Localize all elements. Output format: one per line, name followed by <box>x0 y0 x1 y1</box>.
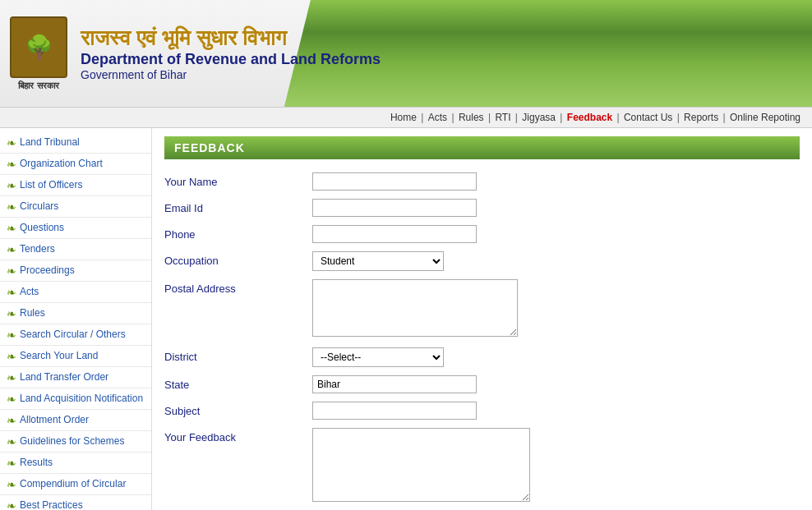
sidebar-item-org-chart[interactable]: ❧ Organization Chart <box>0 154 151 175</box>
sidebar-link-list-officers[interactable]: List of Officers <box>20 178 82 192</box>
sidebar-link-circulars[interactable]: Circulars <box>20 200 58 214</box>
form-row-feedback: Your Feedback <box>164 428 800 504</box>
sidebar-item-land-transfer[interactable]: ❧ Land Transfer Order <box>0 367 151 388</box>
phone-input[interactable] <box>312 225 477 243</box>
bullet-icon: ❧ <box>7 393 16 406</box>
feedback-control <box>312 428 530 504</box>
sidebar-link-tenders[interactable]: Tenders <box>20 242 55 256</box>
nav-acts[interactable]: Acts <box>428 112 447 123</box>
sidebar-item-results[interactable]: ❧ Results <box>0 453 151 474</box>
sidebar-item-proceedings[interactable]: ❧ Proceedings <box>0 260 151 282</box>
state-label: State <box>164 375 312 391</box>
bullet-icon: ❧ <box>7 307 16 320</box>
sidebar-item-search-circular[interactable]: ❧ Search Circular / Others <box>0 324 151 346</box>
sidebar-item-tenders[interactable]: ❧ Tenders <box>0 239 151 260</box>
postal-textarea[interactable] <box>312 279 518 337</box>
sidebar-link-org-chart[interactable]: Organization Chart <box>20 157 103 171</box>
state-input[interactable] <box>312 375 477 393</box>
bullet-icon: ❧ <box>7 179 16 192</box>
name-control <box>312 172 477 191</box>
sidebar-link-search-land[interactable]: Search Your Land <box>20 349 98 363</box>
header: 🌳 बिहार सरकार राजस्व एवं भूमि सुधार विभा… <box>0 0 812 107</box>
nav-online-reporting[interactable]: Online Repoting <box>730 112 800 123</box>
name-label: Your Name <box>164 172 312 188</box>
header-title: राजस्व एवं भूमि सुधार विभाग Department o… <box>81 25 381 81</box>
phone-control <box>312 225 477 243</box>
sidebar-link-best-practices[interactable]: Best Practices <box>20 499 83 510</box>
sidebar-item-best-practices[interactable]: ❧ Best Practices <box>0 495 151 510</box>
nav-reports[interactable]: Reports <box>684 112 718 123</box>
sidebar-item-acts[interactable]: ❧ Acts <box>0 282 151 303</box>
form-row-district: District --Select-- <box>164 347 800 367</box>
feedback-textarea[interactable] <box>312 428 530 502</box>
bullet-icon: ❧ <box>7 435 16 448</box>
content-area: FEEDBACK Your Name Email Id Phone Occupa… <box>152 128 812 510</box>
occupation-select[interactable]: Student Farmer Business Government Emplo… <box>312 251 444 271</box>
email-label: Email Id <box>164 199 312 214</box>
subject-label: Subject <box>164 402 312 417</box>
logo-text: बिहार सरकार <box>18 80 58 91</box>
bullet-icon: ❧ <box>7 457 16 470</box>
bullet-icon: ❧ <box>7 136 16 149</box>
nav-rules[interactable]: Rules <box>459 112 484 123</box>
sidebar-item-land-acquisition[interactable]: ❧ Land Acquisition Notification <box>0 388 151 410</box>
sidebar-link-land-tribunal[interactable]: Land Tribunal <box>20 136 80 149</box>
sidebar-link-questions[interactable]: Questions <box>20 221 64 235</box>
email-input[interactable] <box>312 199 477 217</box>
sidebar-link-guidelines[interactable]: Guidelines for Schemes <box>20 434 124 448</box>
bullet-icon: ❧ <box>7 350 16 363</box>
bullet-icon: ❧ <box>7 158 16 171</box>
form-row-email: Email Id <box>164 199 800 217</box>
bullet-icon: ❧ <box>7 329 16 342</box>
bullet-icon: ❧ <box>7 200 16 214</box>
sidebar-link-search-circular[interactable]: Search Circular / Others <box>20 328 126 342</box>
postal-label: Postal Address <box>164 279 312 295</box>
subject-control <box>312 402 477 420</box>
sidebar-link-allotment[interactable]: Allotment Order <box>20 413 89 427</box>
sidebar-item-allotment[interactable]: ❧ Allotment Order <box>0 410 151 431</box>
sidebar-link-land-acquisition[interactable]: Land Acquisition Notification <box>20 392 143 406</box>
sidebar-link-acts[interactable]: Acts <box>20 285 39 299</box>
form-row-postal: Postal Address <box>164 279 800 339</box>
bullet-icon: ❧ <box>7 478 16 491</box>
sidebar-item-list-officers[interactable]: ❧ List of Officers <box>0 175 151 196</box>
nav-feedback[interactable]: Feedback <box>567 112 612 123</box>
sidebar-link-proceedings[interactable]: Proceedings <box>20 264 75 278</box>
nav-jigyasa[interactable]: Jigyasa <box>522 112 556 123</box>
district-select[interactable]: --Select-- <box>312 347 444 367</box>
sidebar-item-compendium[interactable]: ❧ Compendium of Circular <box>0 474 151 495</box>
nav-home[interactable]: Home <box>390 112 417 123</box>
email-control <box>312 199 477 217</box>
bullet-icon: ❧ <box>7 414 16 427</box>
sidebar-item-land-tribunal[interactable]: ❧ Land Tribunal <box>0 132 151 154</box>
feedback-label: Your Feedback <box>164 428 312 443</box>
occupation-label: Occupation <box>164 251 312 267</box>
postal-control <box>312 279 518 339</box>
district-label: District <box>164 347 312 363</box>
form-row-phone: Phone <box>164 225 800 243</box>
bullet-icon: ❧ <box>7 264 16 278</box>
nav-contact[interactable]: Contact Us <box>624 112 672 123</box>
form-row-name: Your Name <box>164 172 800 191</box>
form-row-state: State <box>164 375 800 393</box>
eng-title-line2: Government of Bihar <box>81 68 381 81</box>
subject-input[interactable] <box>312 402 477 420</box>
state-control <box>312 375 477 393</box>
sidebar-item-circulars[interactable]: ❧ Circulars <box>0 196 151 218</box>
form-row-subject: Subject <box>164 402 800 420</box>
sidebar-link-land-transfer[interactable]: Land Transfer Order <box>20 370 108 384</box>
phone-label: Phone <box>164 225 312 241</box>
nav-rti[interactable]: RTI <box>495 112 510 123</box>
sidebar-item-search-land[interactable]: ❧ Search Your Land <box>0 346 151 367</box>
form-row-occupation: Occupation Student Farmer Business Gover… <box>164 251 800 271</box>
sidebar-item-rules[interactable]: ❧ Rules <box>0 303 151 324</box>
emblem-icon: 🌳 <box>10 16 67 78</box>
sidebar-item-questions[interactable]: ❧ Questions <box>0 218 151 239</box>
sidebar-item-guidelines[interactable]: ❧ Guidelines for Schemes <box>0 431 151 453</box>
sidebar-link-rules[interactable]: Rules <box>20 306 45 320</box>
sidebar-link-results[interactable]: Results <box>20 456 53 470</box>
bullet-icon: ❧ <box>7 222 16 235</box>
sidebar-link-compendium[interactable]: Compendium of Circular <box>20 477 126 491</box>
main-layout: ❧ Land Tribunal ❧ Organization Chart ❧ L… <box>0 128 812 510</box>
name-input[interactable] <box>312 172 477 191</box>
